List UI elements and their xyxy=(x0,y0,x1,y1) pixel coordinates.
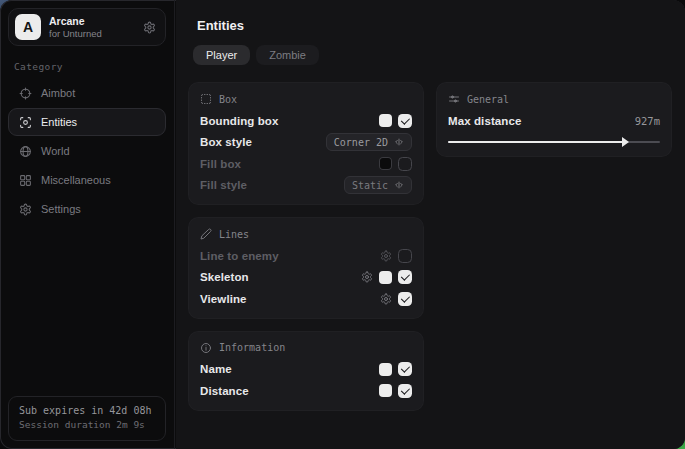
slider-handle[interactable] xyxy=(622,137,629,147)
gear-icon[interactable] xyxy=(143,21,156,34)
app-subtitle: for Unturned xyxy=(49,28,102,40)
setting-row-name: Name xyxy=(200,359,412,381)
main-panel: Entities Player Zombie Box Bounding box xyxy=(176,0,685,449)
tab-zombie[interactable]: Zombie xyxy=(256,45,319,65)
setting-label: Viewline xyxy=(200,293,247,305)
category-label: Category xyxy=(14,61,160,72)
fill-box-checkbox[interactable] xyxy=(398,157,412,171)
session-duration: Session duration 2m 9s xyxy=(19,418,155,433)
max-distance-slider[interactable] xyxy=(448,136,660,148)
unfold-icon xyxy=(394,137,404,147)
skeleton-checkbox[interactable] xyxy=(398,270,412,284)
setting-label: Distance xyxy=(200,385,249,397)
section-title: General xyxy=(467,94,509,105)
app-logo: A xyxy=(15,14,41,40)
globe-icon xyxy=(19,145,32,158)
select-value: Static xyxy=(352,180,388,191)
sidebar: A Arcane for Unturned Category Aimbot En… xyxy=(0,0,175,449)
tab-player[interactable]: Player xyxy=(193,45,250,65)
setting-row-skeleton: Skeleton xyxy=(200,267,412,289)
setting-label: Max distance xyxy=(448,115,521,127)
max-distance-value: 927m xyxy=(635,115,660,127)
color-swatch[interactable] xyxy=(379,114,392,127)
sidebar-item-label: Entities xyxy=(41,116,77,128)
crosshair-icon xyxy=(19,87,32,100)
general-section: General Max distance 927m xyxy=(436,82,672,157)
slider-fill xyxy=(448,141,624,143)
setting-row-bounding-box: Bounding box xyxy=(200,110,412,132)
subscription-card: Sub expires in 42d 08h Session duration … xyxy=(8,396,166,441)
setting-row-max-distance: Max distance 927m xyxy=(448,110,660,132)
information-section: Information Name Distance xyxy=(188,331,424,411)
fill-style-select[interactable]: Static xyxy=(344,176,412,194)
sliders-icon xyxy=(448,93,460,105)
line-to-enemy-checkbox[interactable] xyxy=(398,249,412,263)
box-select-icon xyxy=(200,93,212,105)
sidebar-item-miscellaneous[interactable]: Miscellaneous xyxy=(8,166,166,194)
color-swatch[interactable] xyxy=(379,157,392,170)
setting-row-distance: Distance xyxy=(200,380,412,402)
sidebar-item-label: Settings xyxy=(41,203,81,215)
subscription-expiry: Sub expires in 42d 08h xyxy=(19,403,155,419)
pencil-icon xyxy=(200,228,212,240)
gear-icon xyxy=(19,203,32,216)
box-section: Box Bounding box Box style Corne xyxy=(188,82,424,205)
viewline-checkbox[interactable] xyxy=(398,292,412,306)
entity-tabs: Player Zombie xyxy=(193,45,673,65)
setting-row-viewline: Viewline xyxy=(200,288,412,310)
sidebar-item-settings[interactable]: Settings xyxy=(8,195,166,223)
sidebar-item-aimbot[interactable]: Aimbot xyxy=(8,79,166,107)
color-swatch[interactable] xyxy=(379,363,392,376)
page-title: Entities xyxy=(197,18,673,33)
setting-label: Line to enemy xyxy=(200,250,279,262)
sidebar-item-label: Miscellaneous xyxy=(41,174,111,186)
select-value: Corner 2D xyxy=(334,137,388,148)
bounding-box-checkbox[interactable] xyxy=(398,114,412,128)
grid-icon xyxy=(19,174,32,187)
info-icon xyxy=(200,342,212,354)
lines-section: Lines Line to enemy Skeleton xyxy=(188,217,424,319)
box-style-select[interactable]: Corner 2D xyxy=(326,133,412,151)
sidebar-item-label: Aimbot xyxy=(41,87,75,99)
section-title: Lines xyxy=(219,229,249,240)
gear-icon[interactable] xyxy=(361,271,373,283)
unfold-icon xyxy=(394,180,404,190)
setting-label: Skeleton xyxy=(200,271,249,283)
app-logo-card: A Arcane for Unturned xyxy=(8,8,166,46)
sidebar-item-world[interactable]: World xyxy=(8,137,166,165)
setting-row-fill-box: Fill box xyxy=(200,153,412,175)
setting-label: Bounding box xyxy=(200,115,279,127)
setting-label: Fill box xyxy=(200,158,241,170)
name-checkbox[interactable] xyxy=(398,362,412,376)
section-title: Information xyxy=(219,342,285,353)
setting-label: Name xyxy=(200,363,232,375)
section-title: Box xyxy=(219,94,237,105)
scan-icon xyxy=(19,116,32,129)
setting-row-box-style: Box style Corner 2D xyxy=(200,132,412,154)
distance-checkbox[interactable] xyxy=(398,384,412,398)
setting-row-fill-style: Fill style Static xyxy=(200,175,412,197)
gear-icon[interactable] xyxy=(380,250,392,262)
setting-label: Box style xyxy=(200,136,252,148)
app-title: Arcane xyxy=(49,15,102,28)
gear-icon[interactable] xyxy=(380,293,392,305)
app-window: A Arcane for Unturned Category Aimbot En… xyxy=(0,0,685,449)
color-swatch[interactable] xyxy=(379,384,392,397)
sidebar-nav: Aimbot Entities World Miscellaneous Sett… xyxy=(8,79,166,223)
setting-row-line-to-enemy: Line to enemy xyxy=(200,245,412,267)
color-swatch[interactable] xyxy=(379,271,392,284)
sidebar-item-label: World xyxy=(41,145,70,157)
setting-label: Fill style xyxy=(200,179,247,191)
sidebar-item-entities[interactable]: Entities xyxy=(8,108,166,136)
